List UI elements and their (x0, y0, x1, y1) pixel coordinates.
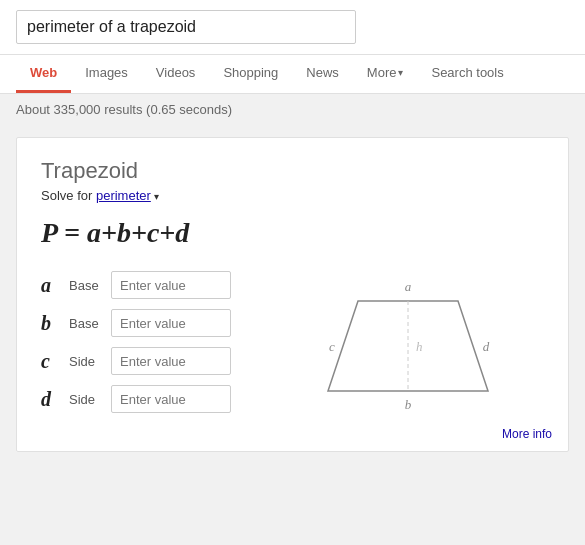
solve-for-line: Solve for perimeter ▾ (41, 188, 544, 203)
variable-row-d: d Side (41, 385, 231, 413)
svg-text:c: c (329, 339, 335, 354)
search-bar-area (0, 0, 585, 55)
chevron-down-icon: ▾ (398, 67, 403, 78)
formula-display: P = a+b+c+d (41, 217, 544, 249)
var-input-d[interactable] (111, 385, 231, 413)
variables-section: a Base b Base c Side d (41, 271, 544, 421)
trapezoid-svg: a b c d h (308, 271, 508, 421)
trapezoid-diagram: a b c d h (271, 271, 544, 421)
solve-for-link[interactable]: perimeter (96, 188, 151, 203)
svg-text:b: b (404, 397, 411, 412)
nav-item-news[interactable]: News (292, 55, 353, 93)
result-card: Trapezoid Solve for perimeter ▾ P = a+b+… (16, 137, 569, 452)
variable-row-c: c Side (41, 347, 231, 375)
var-letter-c: c (41, 350, 59, 373)
variable-row-b: b Base (41, 309, 231, 337)
var-label-d: Side (69, 392, 101, 407)
card-title: Trapezoid (41, 158, 544, 184)
variable-row-a: a Base (41, 271, 231, 299)
svg-text:h: h (416, 339, 423, 354)
var-label-b: Base (69, 316, 101, 331)
nav-item-web[interactable]: Web (16, 55, 71, 93)
nav-item-search-tools[interactable]: Search tools (417, 55, 517, 93)
var-label-c: Side (69, 354, 101, 369)
nav-item-videos[interactable]: Videos (142, 55, 210, 93)
var-input-c[interactable] (111, 347, 231, 375)
var-letter-b: b (41, 312, 59, 335)
main-content: Trapezoid Solve for perimeter ▾ P = a+b+… (0, 125, 585, 464)
var-letter-d: d (41, 388, 59, 411)
var-input-a[interactable] (111, 271, 231, 299)
svg-text:a: a (404, 279, 411, 294)
var-input-b[interactable] (111, 309, 231, 337)
svg-text:d: d (482, 339, 489, 354)
search-input-wrapper (16, 10, 356, 44)
variables-list: a Base b Base c Side d (41, 271, 231, 413)
results-info: About 335,000 results (0.65 seconds) (0, 94, 585, 125)
nav-item-more[interactable]: More ▾ (353, 55, 418, 93)
search-input[interactable] (27, 18, 345, 36)
solve-for-chevron-icon: ▾ (154, 191, 159, 202)
nav-item-shopping[interactable]: Shopping (209, 55, 292, 93)
nav-item-images[interactable]: Images (71, 55, 142, 93)
var-letter-a: a (41, 274, 59, 297)
nav-bar: Web Images Videos Shopping News More ▾ S… (0, 55, 585, 94)
var-label-a: Base (69, 278, 101, 293)
more-info-link[interactable]: More info (502, 427, 552, 441)
